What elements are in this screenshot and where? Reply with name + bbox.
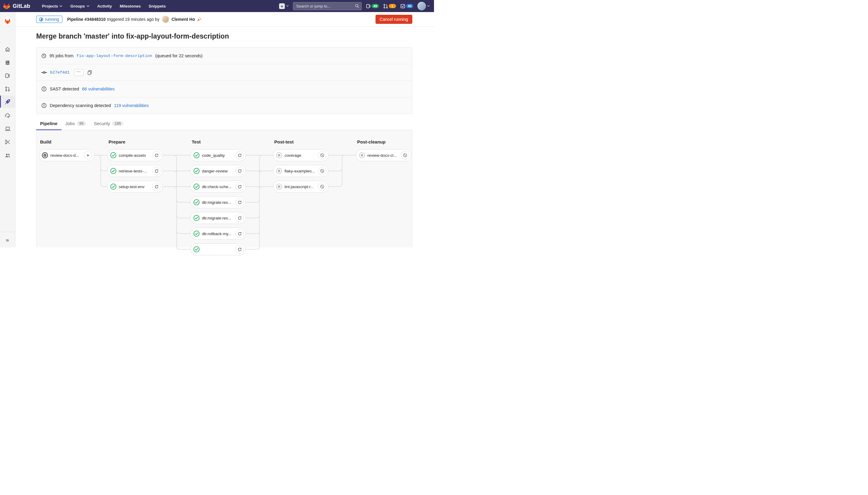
retry-button[interactable] (152, 151, 161, 159)
job-lint-javascript-report[interactable]: lint:javascript:r... (273, 181, 329, 193)
chevron-double-right-icon: » (6, 237, 9, 243)
page-title: Merge branch 'master' into fix-app-layou… (36, 32, 412, 40)
created-status-icon (276, 152, 282, 158)
pipeline-status-badge[interactable]: running (36, 16, 63, 23)
merge-request-icon (383, 4, 388, 9)
job-db-migrate-reset-2[interactable]: db:migrate:res... (190, 212, 246, 224)
home-icon (5, 47, 10, 52)
success-status-icon (193, 152, 200, 158)
sidebar-item-snippets[interactable] (0, 136, 15, 148)
retry-button[interactable] (236, 151, 244, 159)
job-retrieve-tests[interactable]: retrieve-tests-... (107, 165, 163, 177)
job-name: code_quality (202, 153, 233, 158)
tab-security[interactable]: Security 185 (90, 121, 127, 130)
retry-button[interactable] (152, 167, 161, 175)
cancel-button[interactable] (401, 151, 409, 159)
user-menu[interactable] (417, 2, 430, 10)
nav-activity[interactable]: Activity (94, 0, 116, 12)
sast-vulnerabilities-link[interactable]: 66 vulnerabilities (82, 86, 115, 91)
play-button[interactable] (84, 151, 92, 159)
todos-counter[interactable]: 43 (400, 4, 413, 9)
new-menu-button[interactable]: + (279, 3, 289, 9)
pipeline-tabs: Pipeline Jobs 95 Security 185 (36, 120, 412, 130)
created-status-icon (276, 168, 282, 174)
stage-header-post-test: Post-test (274, 139, 294, 144)
alert-circle-icon (41, 103, 47, 108)
commit-row: b27ef4d1 ··· (36, 64, 412, 81)
issues-count-badge: 49 (371, 4, 379, 8)
sidebar-collapse-toggle[interactable]: » (0, 232, 15, 248)
job-db-check-schema[interactable]: db:check-sche... (190, 181, 246, 193)
mr-count-badge: 1 (389, 4, 396, 8)
job-partially-visible[interactable] (190, 243, 246, 248)
retry-button[interactable] (236, 182, 244, 191)
success-status-icon (110, 183, 117, 190)
job-name: retrieve-tests-... (119, 169, 151, 173)
commit-sha-link[interactable]: b27ef4d1 (50, 70, 70, 75)
nav-links: Projects Groups Activity Milestones Snip… (39, 0, 169, 12)
sidebar-item-repository[interactable] (0, 57, 15, 69)
queued-text: (queued for 22 seconds) (155, 53, 203, 58)
sidebar-item-home[interactable] (0, 44, 15, 55)
pipeline-id: Pipeline #34848310 (67, 17, 106, 22)
chevron-down-icon (59, 5, 63, 7)
success-status-icon (110, 168, 117, 174)
tab-pipeline[interactable]: Pipeline (36, 121, 62, 130)
job-compile-assets[interactable]: compile-assets (107, 149, 163, 161)
success-status-icon (193, 199, 200, 206)
job-review-docs-cleanup[interactable]: review-docs-cl... (356, 149, 411, 161)
issues-counter[interactable]: 49 (366, 4, 379, 9)
job-review-docs-deploy[interactable]: review-docs-d... (39, 149, 94, 161)
sidebar-item-merge-requests[interactable] (0, 83, 15, 95)
nav-snippets[interactable]: Snippets (145, 0, 169, 12)
sidebar-item-environments[interactable] (0, 123, 15, 135)
dependency-row: Dependency scanning detected 119 vulnera… (36, 97, 412, 114)
cancel-button[interactable] (318, 167, 326, 175)
retry-button[interactable] (236, 229, 244, 238)
sidebar-item-issues[interactable] (0, 70, 15, 82)
dependency-vulnerabilities-link[interactable]: 119 vulnerabilities (114, 103, 149, 108)
job-setup-test-env[interactable]: setup-test-env (107, 181, 163, 193)
author-avatar[interactable] (162, 16, 169, 23)
job-code-quality[interactable]: code_quality (190, 149, 246, 161)
retry-button[interactable] (152, 182, 161, 191)
job-name: compile-assets (119, 153, 151, 158)
sidebar-item-ci-cd[interactable] (0, 96, 15, 108)
author-name[interactable]: Clement Ho (172, 17, 195, 22)
job-name: danger-review (202, 169, 233, 173)
tanuki-icon (3, 3, 10, 10)
commit-icon (41, 70, 47, 75)
search-input[interactable] (293, 2, 362, 10)
tab-jobs[interactable]: Jobs 95 (62, 121, 90, 130)
cancel-button[interactable] (318, 151, 326, 159)
job-flaky-examples[interactable]: flaky-examples... (273, 165, 329, 177)
job-db-rollback-mysql[interactable]: db:rollback-my... (190, 227, 246, 240)
project-avatar[interactable] (3, 16, 12, 26)
avatar (417, 2, 426, 10)
retry-button[interactable] (236, 214, 244, 222)
commit-expand-button[interactable]: ··· (74, 69, 84, 76)
merge-requests-counter[interactable]: 1 (383, 4, 396, 9)
retry-button[interactable] (236, 245, 244, 248)
retry-button[interactable] (236, 167, 244, 175)
cancel-running-button[interactable]: Cancel running (376, 15, 412, 24)
security-count-badge: 185 (112, 121, 123, 126)
retry-button[interactable] (236, 198, 244, 206)
created-status-icon (359, 152, 365, 158)
sidebar-item-operations[interactable] (0, 109, 15, 121)
laptop-icon (5, 126, 11, 132)
nav-projects[interactable]: Projects (39, 0, 66, 12)
copy-icon[interactable] (87, 70, 92, 75)
job-coverage[interactable]: coverage (273, 149, 329, 161)
nav-groups[interactable]: Groups (67, 0, 92, 12)
pipeline-header-bar: running Pipeline #34848310 triggered 19 … (15, 12, 434, 27)
gitlab-logo[interactable]: GitLab (0, 3, 33, 10)
job-name: db:migrate:res... (202, 200, 233, 205)
nav-milestones[interactable]: Milestones (116, 0, 144, 12)
job-danger-review[interactable]: danger-review (190, 165, 246, 177)
cancel-button[interactable] (318, 182, 326, 191)
job-db-migrate-reset-1[interactable]: db:migrate:res... (190, 196, 246, 208)
branch-link[interactable]: fix-app-layout-form-description (76, 54, 152, 58)
sidebar-item-members[interactable] (0, 149, 15, 161)
brand-text: GitLab (13, 3, 30, 9)
